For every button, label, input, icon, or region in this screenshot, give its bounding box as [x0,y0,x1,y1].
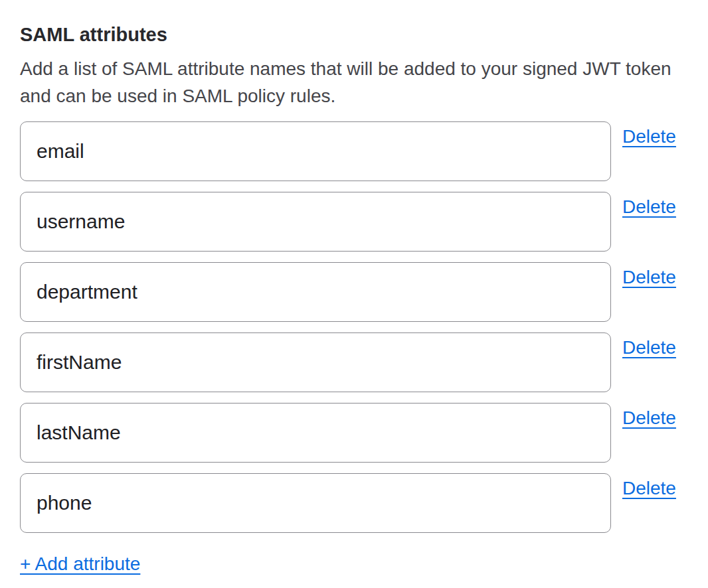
delete-link[interactable]: Delete [622,266,676,289]
attribute-name-input[interactable] [20,262,611,322]
delete-link[interactable]: Delete [622,336,676,359]
attribute-row: Delete [20,403,688,463]
add-attribute-link[interactable]: + Add attribute [20,553,140,575]
attribute-name-input[interactable] [20,332,611,392]
section-description: Add a list of SAML attribute names that … [20,55,688,110]
attribute-list: Delete Delete Delete Delete Delete Delet… [20,121,688,533]
attribute-row: Delete [20,473,688,533]
attribute-name-input[interactable] [20,403,611,463]
page-title: SAML attributes [20,23,688,46]
delete-link[interactable]: Delete [622,196,676,218]
attribute-name-input[interactable] [20,192,611,252]
attribute-row: Delete [20,262,688,322]
saml-attributes-section: SAML attributes Add a list of SAML attri… [0,0,708,575]
delete-link[interactable]: Delete [622,407,676,429]
delete-link[interactable]: Delete [622,477,676,500]
attribute-name-input[interactable] [20,121,611,181]
attribute-row: Delete [20,332,688,392]
attribute-name-input[interactable] [20,473,611,533]
attribute-row: Delete [20,121,688,181]
delete-link[interactable]: Delete [622,125,676,148]
attribute-row: Delete [20,192,688,252]
